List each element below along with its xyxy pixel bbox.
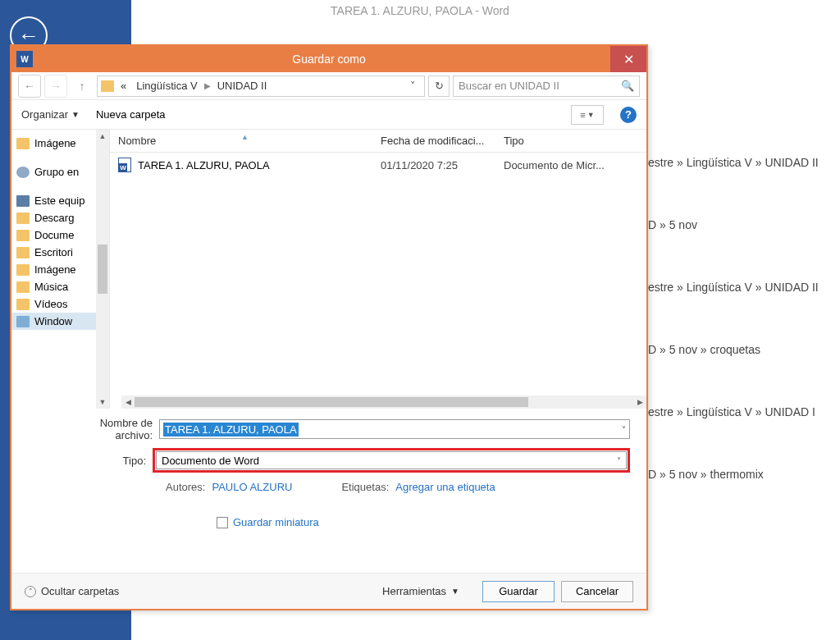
sidebar-item-windows-drive[interactable]: Window (11, 313, 109, 330)
drive-icon (16, 316, 30, 327)
hide-folders-button[interactable]: ˄ Ocultar carpetas (25, 585, 119, 597)
organize-label: Organizar (21, 108, 68, 121)
scroll-up-icon: ▲ (96, 130, 109, 143)
filename-value: TAREA 1. ALZURU, PAOLA (163, 423, 299, 437)
scrollbar-thumb[interactable] (98, 245, 107, 294)
authors-label: Autores: (166, 481, 205, 493)
chevron-down-icon: ▼ (71, 110, 80, 119)
chevron-down-icon[interactable]: ˅ (622, 425, 626, 434)
file-type: Documento de Micr... (495, 159, 646, 171)
recent-line: estre » Lingüística V » UNIDAD II (648, 281, 819, 294)
filetype-value: Documento de Word (162, 455, 259, 467)
arrow-right-icon: → (50, 80, 62, 93)
chevron-right-icon: ▶ (204, 81, 211, 90)
column-header-date[interactable]: Fecha de modificaci... (372, 135, 495, 147)
new-folder-button[interactable]: Nueva carpeta (96, 108, 166, 121)
search-input[interactable]: Buscar en UNIDAD II 🔍 (453, 75, 640, 97)
sidebar-label: Música (34, 281, 68, 293)
sidebar-label: Window (34, 315, 72, 327)
scroll-right-icon: ▶ (633, 398, 646, 406)
sidebar-label: Vídeos (34, 298, 67, 310)
folder-icon (16, 230, 30, 241)
sidebar-label: Descarg (34, 212, 74, 224)
recent-locations-bg: estre » Lingüística V » UNIDAD II D » 5 … (648, 156, 819, 530)
folder-tree: Imágene Grupo en Este equip Descarg Docu… (11, 130, 110, 409)
sidebar-item-pictures[interactable]: Imágene (11, 261, 109, 278)
sidebar-item-images[interactable]: Imágene (11, 135, 109, 152)
pc-icon (16, 195, 30, 207)
search-placeholder: Buscar en UNIDAD II (459, 80, 559, 92)
file-row[interactable]: TAREA 1. ALZURU, PAOLA 01/11/2020 7:25 D… (110, 153, 646, 177)
sidebar-item-videos[interactable]: Vídeos (11, 295, 109, 313)
close-icon: ✕ (623, 52, 634, 67)
filetype-label: Tipo: (61, 455, 153, 467)
chevron-down-icon[interactable]: ˅ (405, 80, 421, 92)
scroll-left-icon: ◀ (121, 398, 135, 406)
save-button[interactable]: Guardar (482, 581, 555, 602)
recent-line: D » 5 nov (648, 218, 819, 231)
file-hscrollbar[interactable]: ◀ ▶ (121, 395, 646, 409)
column-header-name[interactable]: Nombre ▲ (110, 135, 372, 147)
tags-value[interactable]: Agregar una etiqueta (395, 481, 495, 493)
folder-icon (16, 299, 30, 310)
sidebar-item-desktop[interactable]: Escritori (11, 244, 109, 261)
sidebar-scrollbar[interactable]: ▲ ▼ (96, 130, 109, 409)
collapse-icon: ˄ (25, 586, 36, 597)
column-label: Nombre (118, 135, 156, 147)
folder-icon (101, 80, 114, 92)
cancel-button[interactable]: Cancelar (561, 581, 633, 602)
breadcrumb-part[interactable]: UNIDAD II (214, 78, 271, 94)
filetype-highlight: Documento de Word ˅ (153, 448, 630, 473)
tags-label: Etiquetas: (341, 481, 389, 493)
sidebar-label: Imágene (34, 137, 76, 149)
filetype-select[interactable]: Documento de Word ˅ (156, 451, 627, 469)
sidebar-item-homegroup[interactable]: Grupo en (11, 163, 109, 181)
breadcrumb[interactable]: « Lingüística V ▶ UNIDAD II ˅ (97, 75, 425, 97)
recent-line: D » 5 nov » croquetas (648, 343, 819, 356)
file-name: TAREA 1. ALZURU, PAOLA (138, 159, 270, 171)
hide-folders-label: Ocultar carpetas (41, 585, 119, 597)
nav-forward-button[interactable]: → (44, 75, 67, 98)
nav-back-button[interactable]: ← (18, 75, 41, 98)
sidebar-label: Imágene (34, 263, 76, 276)
sidebar-label: Este equip (34, 194, 84, 207)
arrow-up-icon: ↑ (80, 80, 85, 93)
sidebar-item-music[interactable]: Música (11, 278, 109, 295)
nav-up-button[interactable]: ↑ (71, 75, 94, 98)
tools-menu[interactable]: Herramientas ▼ (382, 585, 459, 597)
sidebar-label: Docume (34, 229, 74, 241)
sidebar-item-this-pc[interactable]: Este equip (11, 192, 109, 209)
save-as-dialog: W Guardar como ✕ ← → ↑ « Lingüística V ▶… (10, 44, 648, 610)
sidebar-item-downloads[interactable]: Descarg (11, 209, 109, 226)
refresh-icon: ↻ (435, 80, 444, 92)
file-date: 01/11/2020 7:25 (372, 159, 495, 171)
close-button[interactable]: ✕ (610, 46, 646, 72)
breadcrumb-prefix: « (117, 78, 130, 94)
scroll-down-icon: ▼ (96, 395, 109, 409)
organize-menu[interactable]: Organizar ▼ (21, 108, 80, 121)
save-thumbnail-checkbox[interactable] (217, 517, 228, 528)
chevron-down-icon: ▼ (587, 111, 595, 119)
help-icon: ? (625, 108, 632, 121)
sidebar-label: Escritori (34, 246, 73, 258)
view-options-button[interactable]: ≡ ▼ (571, 105, 604, 125)
refresh-button[interactable]: ↻ (428, 75, 450, 97)
sort-asc-icon: ▲ (241, 133, 249, 141)
dialog-titlebar: W Guardar como ✕ (11, 46, 646, 72)
search-icon: 🔍 (621, 80, 634, 92)
recent-line: estre » Lingüística V » UNIDAD II (648, 156, 819, 169)
column-label: Fecha de modificaci... (381, 135, 484, 147)
column-header-type[interactable]: Tipo (495, 135, 646, 147)
save-thumbnail-label: Guardar miniatura (233, 516, 319, 528)
help-button[interactable]: ? (620, 107, 637, 123)
sidebar-label: Grupo en (34, 166, 79, 178)
breadcrumb-part[interactable]: Lingüística V (133, 78, 200, 94)
chevron-down-icon[interactable]: ˅ (617, 456, 621, 465)
scrollbar-thumb[interactable] (135, 397, 528, 407)
recent-line: estre » Lingüística V » UNIDAD I (648, 405, 819, 418)
authors-value[interactable]: PAULO ALZURU (212, 481, 292, 493)
sidebar-item-documents[interactable]: Docume (11, 226, 109, 244)
word-doc-icon (118, 158, 131, 172)
column-label: Tipo (504, 135, 524, 147)
filename-input[interactable]: TAREA 1. ALZURU, PAOLA ˅ (159, 419, 630, 439)
